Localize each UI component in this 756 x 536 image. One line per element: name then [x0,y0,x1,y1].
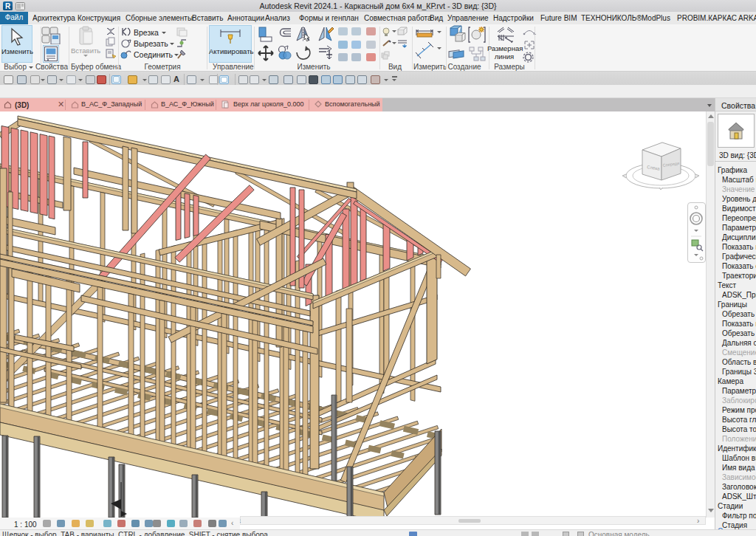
svg-text:R: R [5,2,11,10]
